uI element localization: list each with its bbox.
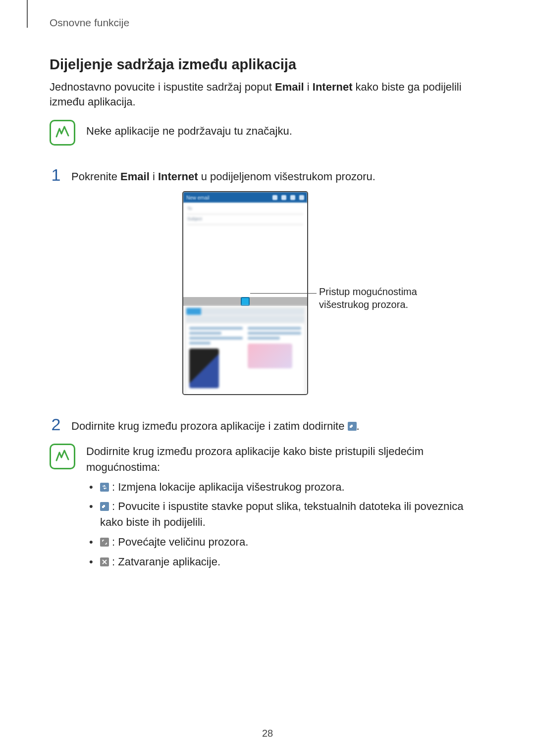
close-icon xyxy=(290,195,295,200)
note-icon xyxy=(50,444,75,469)
more-icon xyxy=(281,195,286,200)
option-swap: : Izmjena lokacije aplikacija višestruko… xyxy=(86,479,485,495)
intro-bold-1: Email xyxy=(275,81,304,93)
note-icon xyxy=(50,120,75,146)
step1-post: u podijeljenom višestrukom prozoru. xyxy=(198,170,375,183)
callout-leader xyxy=(250,293,317,294)
options-body: Dodirnite krug između prozora aplikacije… xyxy=(86,444,485,574)
close-icon xyxy=(100,557,109,566)
intro-bold-2: Internet xyxy=(313,81,353,93)
intro-pre: Jednostavno povucite i ispustite sadržaj… xyxy=(50,81,275,93)
option-close: : Zatvaranje aplikacije. xyxy=(86,554,485,570)
note-text: Neke aplikacije ne podržavaju tu značajk… xyxy=(86,120,292,139)
intro-mid: i xyxy=(304,81,313,93)
titlebar-icons xyxy=(272,195,304,200)
web-image-placeholder xyxy=(248,344,292,368)
step2-text: Dodirnite krug između prozora aplikacije… xyxy=(71,420,348,432)
browser-urlbar xyxy=(186,316,304,323)
subject-field: Subject xyxy=(187,216,303,221)
margin-rule xyxy=(27,0,28,28)
options-note: Dodirnite krug između prozora aplikacije… xyxy=(50,444,485,574)
page-number: 28 xyxy=(0,728,535,739)
step1-mid: i xyxy=(150,170,158,183)
attach-icon xyxy=(272,195,277,200)
options-list: : Izmjena lokacije aplikacija višestruko… xyxy=(86,479,485,570)
step1-b1: Email xyxy=(120,170,150,183)
option-maximize: : Povećajte veličinu prozora. xyxy=(86,534,485,550)
option-move-text: : Povucite i ispustite stavke poput slik… xyxy=(100,500,463,528)
to-field: To xyxy=(187,206,303,211)
maximize-icon xyxy=(100,538,109,547)
option-swap-text: : Izmjena lokacije aplikacija višestruko… xyxy=(109,481,345,493)
step-2-text: Dodirnite krug između prozora aplikacije… xyxy=(71,416,360,434)
email-pane: To Subject xyxy=(183,203,307,297)
swap-icon xyxy=(100,483,109,492)
step1-b2: Internet xyxy=(158,170,198,183)
email-title: New email xyxy=(186,195,210,201)
step1-pre: Pokrenite xyxy=(71,170,120,183)
phone-titlebar: New email xyxy=(183,192,307,203)
send-icon xyxy=(299,195,304,200)
step-2: 2 Dodirnite krug između prozora aplikaci… xyxy=(50,416,485,434)
option-close-text: : Zatvaranje aplikacije. xyxy=(109,555,220,568)
intro-paragraph: Jednostavno povucite i ispustite sadržaj… xyxy=(50,80,485,109)
web-image-placeholder xyxy=(189,349,219,388)
callout-text: Pristup mogućnostima višestrukog prozora… xyxy=(319,285,448,311)
option-move: : Povucite i ispustite stavke poput slik… xyxy=(86,499,485,530)
browser-content xyxy=(186,324,304,395)
multiwindow-divider xyxy=(183,297,307,306)
option-max-text: : Povećajte veličinu prozora. xyxy=(109,536,248,548)
move-icon xyxy=(348,422,357,431)
running-header: Osnovne funkcije xyxy=(50,17,485,29)
step-1: 1 Pokrenite Email i Internet u podijelje… xyxy=(50,166,485,184)
step-1-number: 1 xyxy=(50,166,62,183)
step2-period: . xyxy=(357,420,360,432)
section-title: Dijeljenje sadržaja između aplikacija xyxy=(50,56,485,73)
options-intro: Dodirnite krug između prozora aplikacije… xyxy=(86,444,485,475)
step-2-number: 2 xyxy=(50,416,62,433)
note-block: Neke aplikacije ne podržavaju tu značajk… xyxy=(50,120,485,146)
browser-tabbar xyxy=(186,308,304,315)
figure: New email To Subject xyxy=(50,191,485,404)
browser-pane xyxy=(183,306,307,395)
multiwindow-handle-icon xyxy=(241,297,250,306)
move-icon xyxy=(100,502,109,511)
step-1-text: Pokrenite Email i Internet u podijeljeno… xyxy=(71,166,375,184)
